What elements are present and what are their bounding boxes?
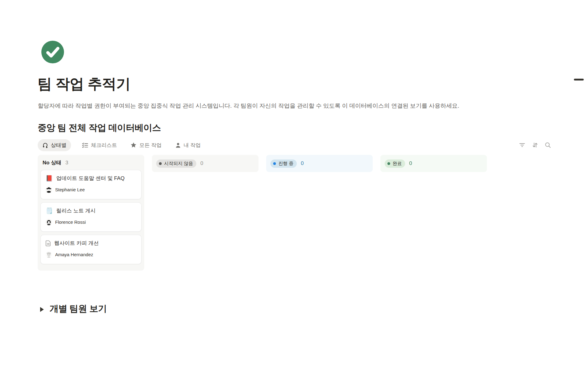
assignee-row: Amaya Hernandez bbox=[46, 251, 136, 258]
column-count: 0 bbox=[301, 160, 303, 167]
card-title: 업데이트 도움말 센터 및 FAQ bbox=[56, 175, 125, 182]
board-column-no-status: No 상태 3 📕 업데이트 도움말 센터 및 FAQ bbox=[38, 155, 144, 271]
checkmark-glyph bbox=[41, 41, 64, 63]
column-count: 0 bbox=[409, 160, 412, 167]
assignee-name: Florence Rossi bbox=[55, 219, 86, 225]
board-column-done: 완료 0 bbox=[380, 155, 487, 172]
task-card[interactable]: 📕 업데이트 도움말 센터 및 FAQ bbox=[40, 170, 141, 199]
page-description: 할당자에 따라 작업별 권한이 부여되는 중앙 집중식 작업 관리 시스템입니다… bbox=[38, 102, 459, 110]
tab-label: 체크리스트 bbox=[91, 142, 117, 149]
card-title: 릴리스 노트 게시 bbox=[56, 207, 96, 214]
sort-icon[interactable] bbox=[531, 141, 539, 149]
notepad-emoji-icon: 🗒️ bbox=[46, 208, 53, 214]
tab-status-view[interactable]: 상태별 bbox=[38, 139, 71, 151]
status-label: 시작되지 않음 bbox=[164, 161, 193, 167]
status-pill-in-progress[interactable]: 진행 중 bbox=[270, 159, 297, 168]
column-count: 0 bbox=[200, 160, 203, 167]
page-title: 팀 작업 추적기 bbox=[37, 74, 130, 94]
filter-icon[interactable] bbox=[518, 141, 526, 149]
toggle-triangle-icon bbox=[40, 307, 44, 312]
board-column-not-started: 시작되지 않음 0 bbox=[152, 155, 258, 172]
toggle-label: 개별 팀원 보기 bbox=[50, 303, 107, 315]
page-icon bbox=[46, 240, 51, 246]
status-dot bbox=[273, 162, 276, 165]
task-card[interactable]: 🗒️ 릴리스 노트 게시 Florence Rossi bbox=[40, 202, 141, 232]
person-icon bbox=[175, 142, 181, 148]
search-icon[interactable] bbox=[544, 141, 552, 149]
tab-label: 상태별 bbox=[51, 142, 66, 149]
red-book-emoji-icon: 📕 bbox=[46, 175, 53, 181]
check-circle-icon[interactable] bbox=[41, 41, 64, 63]
card-list: 📕 업데이트 도움말 센터 및 FAQ bbox=[38, 169, 144, 267]
tab-my-tasks-view[interactable]: 내 작업 bbox=[173, 139, 203, 151]
status-dot bbox=[387, 162, 390, 165]
status-pill-not-started[interactable]: 시작되지 않음 bbox=[156, 159, 196, 168]
assignee-row: Stephanie Lee bbox=[46, 186, 136, 193]
minimize-dash-icon[interactable] bbox=[574, 79, 584, 81]
tab-label: 모든 작업 bbox=[139, 142, 162, 149]
view-toolbar bbox=[518, 141, 552, 149]
page: 팀 작업 추적기 할당자에 따라 작업별 권한이 부여되는 중앙 집중식 작업 … bbox=[0, 0, 588, 367]
florence-avatar bbox=[46, 219, 52, 225]
status-label: 진행 중 bbox=[278, 161, 293, 167]
board-column-in-progress: 진행 중 0 bbox=[266, 155, 373, 172]
database-heading: 중앙 팀 전체 작업 데이터베이스 bbox=[38, 122, 161, 134]
tab-checklist-view[interactable]: 체크리스트 bbox=[80, 139, 119, 151]
stephanie-avatar bbox=[46, 186, 52, 193]
amaya-avatar bbox=[46, 251, 52, 258]
task-card[interactable]: 웹사이트 카피 개선 bbox=[40, 235, 141, 264]
star-icon bbox=[130, 142, 137, 148]
view-tabs: 상태별 체크리스트 모든 작업 bbox=[38, 139, 203, 151]
card-title: 웹사이트 카피 개선 bbox=[54, 240, 99, 247]
status-dot bbox=[159, 162, 162, 165]
assignee-row: Florence Rossi bbox=[46, 219, 136, 225]
assignee-name: Amaya Hernandez bbox=[55, 252, 93, 257]
column-label[interactable]: No 상태 bbox=[43, 159, 61, 166]
kanban-board: No 상태 3 📕 업데이트 도움말 센터 및 FAQ bbox=[38, 155, 487, 271]
checklist-icon bbox=[82, 142, 88, 148]
status-loop-icon bbox=[42, 142, 48, 148]
column-header: No 상태 3 bbox=[38, 155, 144, 169]
status-pill-done[interactable]: 완료 bbox=[385, 159, 405, 168]
assignee-name: Stephanie Lee bbox=[55, 187, 85, 192]
status-label: 완료 bbox=[393, 161, 402, 167]
tab-all-tasks-view[interactable]: 모든 작업 bbox=[128, 139, 164, 151]
tab-label: 내 작업 bbox=[184, 142, 201, 149]
column-count: 3 bbox=[65, 160, 68, 166]
toggle-individual-member-views[interactable]: 개별 팀원 보기 bbox=[40, 303, 107, 315]
